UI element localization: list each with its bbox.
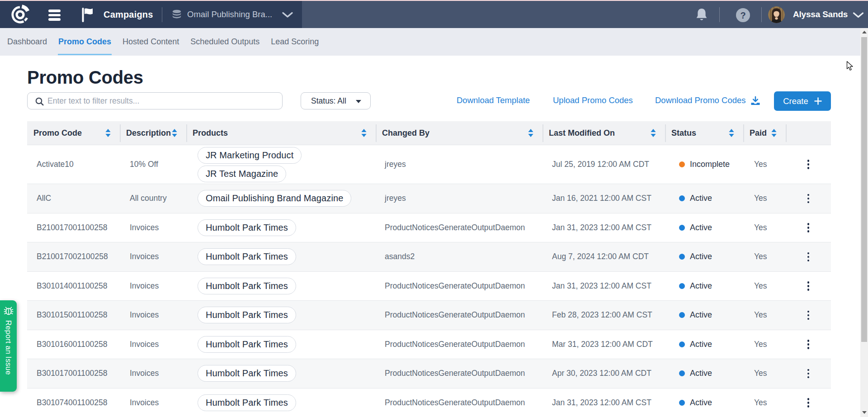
hamburger-menu-icon[interactable] <box>47 9 61 21</box>
scrollbar-down-arrow[interactable] <box>862 411 867 414</box>
app-section-title[interactable]: Campaigns <box>104 1 153 28</box>
column-header-products[interactable]: Products <box>186 121 376 145</box>
status-label: Active <box>690 310 712 320</box>
sort-icon[interactable] <box>771 129 777 137</box>
status-dot-icon <box>679 161 685 167</box>
cell-last-modified-on: Jan 31, 2023 12:00 AM CST <box>542 213 665 242</box>
product-pill-list: Humbolt Park Times <box>198 394 296 411</box>
cell-paid: Yes <box>743 301 786 330</box>
status-label: Active <box>690 252 712 261</box>
create-button[interactable]: Create <box>774 91 831 111</box>
column-header-description[interactable]: Description <box>120 121 186 145</box>
tab-dashboard[interactable]: Dashboard <box>7 28 47 56</box>
vertical-scrollbar[interactable] <box>860 28 868 417</box>
cell-actions <box>786 359 831 388</box>
cell-description: 10% Off <box>120 145 186 184</box>
row-actions-kebab-menu[interactable] <box>803 157 814 172</box>
cell-products: JR Marketing ProductJR Test Magazine <box>186 145 376 184</box>
sort-icon[interactable] <box>528 129 533 137</box>
download-icon[interactable] <box>750 95 761 108</box>
report-an-issue-button[interactable]: Report an Issue <box>0 300 17 392</box>
cell-changed-by: ProductNoticesGenerateOutputDaemon <box>376 359 542 388</box>
tab-hosted-content[interactable]: Hosted Content <box>123 28 179 56</box>
column-header-paid[interactable]: Paid <box>743 121 786 145</box>
column-header-last-modified-on[interactable]: Last Modified On <box>542 121 665 145</box>
cell-last-modified-on: Aug 7, 2024 12:00 AM CDT <box>542 242 665 271</box>
table-body: Activate1010% OffJR Marketing ProductJR … <box>27 145 831 417</box>
chevron-down-icon <box>282 12 293 20</box>
product-pill: Humbolt Park Times <box>198 307 296 323</box>
upload-promo-codes-link[interactable]: Upload Promo Codes <box>553 95 633 105</box>
cell-paid: Yes <box>743 330 786 359</box>
row-actions-kebab-menu[interactable] <box>803 191 814 206</box>
search-input[interactable] <box>47 93 276 109</box>
table-row: B301016001100258InvoicesHumbolt Park Tim… <box>27 330 831 360</box>
status-filter-dropdown[interactable]: Status: All <box>301 92 371 109</box>
cell-products: Humbolt Park Times <box>186 330 376 359</box>
cell-promo-code: AllC <box>27 184 120 213</box>
cell-status: Incomplete <box>665 145 743 184</box>
row-actions-kebab-menu[interactable] <box>803 337 814 352</box>
cell-actions <box>786 213 831 242</box>
column-header-promo-code[interactable]: Promo Code <box>27 121 120 145</box>
sort-icon[interactable] <box>651 129 656 137</box>
report-an-issue-label: Report an Issue <box>4 320 13 375</box>
scrollbar-up-arrow[interactable] <box>862 31 867 33</box>
cell-actions <box>786 145 831 184</box>
navbar-left-section: Campaigns Omail Publishing Bra... <box>0 1 302 28</box>
caret-down-icon <box>356 100 361 103</box>
user-menu-chevron-icon[interactable] <box>853 12 864 20</box>
tab-lead-scoring[interactable]: Lead Scoring <box>271 28 319 56</box>
brand-selector-dropdown[interactable]: Omail Publishing Bra... <box>166 1 302 28</box>
sort-icon[interactable] <box>361 129 367 137</box>
status-label: Incomplete <box>690 160 730 169</box>
product-pill: Omail Publishing Brand Magazine <box>198 190 351 207</box>
status-dot-icon <box>679 370 685 376</box>
status-dot-icon <box>679 400 685 406</box>
cell-products: Humbolt Park Times <box>186 272 376 301</box>
cell-last-modified-on: Jul 25, 2019 12:00 AM CDT <box>542 145 665 184</box>
tab-scheduled-outputs[interactable]: Scheduled Outputs <box>190 28 259 56</box>
cell-paid: Yes <box>743 145 786 184</box>
status-label: Active <box>690 398 712 408</box>
status-label: Active <box>690 340 712 349</box>
cell-status: Active <box>665 359 743 388</box>
column-header-status[interactable]: Status <box>665 121 743 145</box>
cell-last-modified-on: Jan 31, 2023 12:00 AM CST <box>542 389 665 417</box>
cell-status: Active <box>665 389 743 417</box>
tab-promo-codes[interactable]: Promo Codes <box>58 28 111 56</box>
user-avatar[interactable] <box>768 6 785 23</box>
row-actions-kebab-menu[interactable] <box>803 250 814 265</box>
search-box <box>27 92 283 109</box>
cell-description: Invoices <box>120 330 186 359</box>
cell-products: Humbolt Park Times <box>186 213 376 242</box>
product-pill: Humbolt Park Times <box>198 248 296 265</box>
sort-icon[interactable] <box>172 129 177 137</box>
search-icon <box>35 97 44 106</box>
cell-changed-by: ProductNoticesGenerateOutputDaemon <box>376 389 542 417</box>
download-template-link[interactable]: Download Template <box>457 95 530 105</box>
sort-icon[interactable] <box>105 129 111 137</box>
row-actions-kebab-menu[interactable] <box>803 366 814 381</box>
row-actions-kebab-menu[interactable] <box>803 395 814 410</box>
sort-icon[interactable] <box>729 129 734 137</box>
scrollbar-thumb[interactable] <box>861 37 867 342</box>
status-dot-icon <box>679 312 685 318</box>
help-icon[interactable]: ? <box>736 8 750 22</box>
download-promo-codes-link[interactable]: Download Promo Codes <box>655 95 746 105</box>
product-pill: Humbolt Park Times <box>198 394 296 411</box>
user-name[interactable]: Alyssa Sands <box>793 1 848 28</box>
row-actions-kebab-menu[interactable] <box>803 220 814 235</box>
notifications-bell-icon[interactable] <box>695 8 708 22</box>
status-dot-icon <box>679 341 685 347</box>
cell-changed-by: ProductNoticesGenerateOutputDaemon <box>376 213 542 242</box>
cell-status: Active <box>665 184 743 213</box>
cell-paid: Yes <box>743 359 786 388</box>
row-actions-kebab-menu[interactable] <box>803 308 814 323</box>
omeda-logo-icon[interactable] <box>10 5 30 25</box>
cell-actions <box>786 330 831 359</box>
row-actions-kebab-menu[interactable] <box>803 279 814 294</box>
status-filter-label: Status: All <box>311 96 346 106</box>
table-row: B301074001100258InvoicesHumbolt Park Tim… <box>27 389 831 417</box>
column-header-changed-by[interactable]: Changed By <box>376 121 542 145</box>
